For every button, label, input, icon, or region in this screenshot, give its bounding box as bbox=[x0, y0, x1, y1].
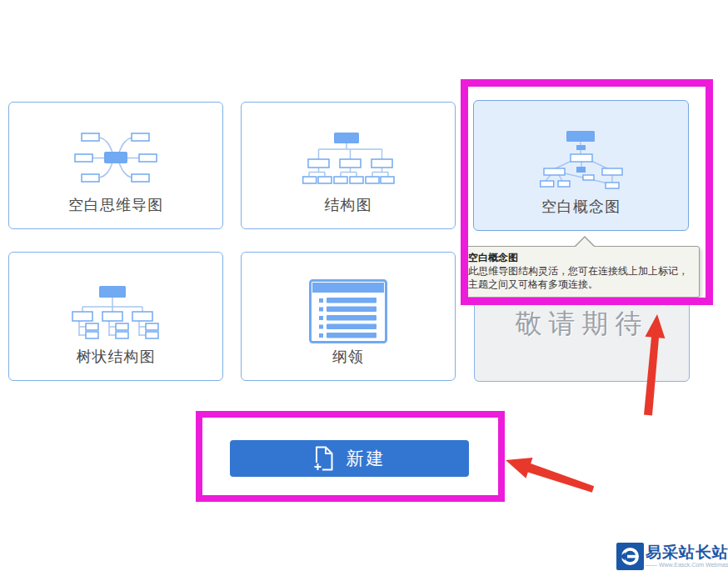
tooltip-caret-icon bbox=[574, 236, 596, 247]
template-label: 空白思维导图 bbox=[9, 195, 222, 215]
org-chart-icon bbox=[242, 133, 455, 184]
coming-soon-text: 敬请期待 bbox=[475, 306, 689, 343]
new-document-icon bbox=[313, 446, 335, 471]
new-button-label: 新建 bbox=[347, 447, 386, 470]
template-label: 空白概念图 bbox=[474, 197, 688, 217]
outline-icon bbox=[242, 279, 455, 343]
tooltip-body: 此思维导图结构灵活，您可在连接线上加上标记，主题之间又可格有多项连接。 bbox=[468, 264, 692, 291]
tooltip-title: 空白概念图 bbox=[468, 251, 692, 264]
tree-chart-icon bbox=[9, 286, 222, 341]
template-label: 树状结构图 bbox=[9, 347, 222, 367]
template-card-outline[interactable]: 纲领 bbox=[241, 252, 456, 381]
concept-map-icon bbox=[474, 131, 688, 189]
template-label: 结构图 bbox=[242, 195, 455, 215]
template-card-tree-structure[interactable]: 树状结构图 bbox=[8, 252, 223, 381]
mindmap-icon bbox=[9, 133, 222, 183]
template-label: 纲领 bbox=[242, 347, 455, 367]
easck-logo-icon bbox=[616, 543, 644, 570]
concept-map-tooltip: 空白概念图 此思维导图结构灵活，您可在连接线上加上标记，主题之间又可格有多项连接… bbox=[463, 246, 700, 298]
template-card-blank-mindmap[interactable]: 空白思维导图 bbox=[8, 102, 223, 229]
template-card-blank-concept-map[interactable]: 空白概念图 bbox=[473, 100, 689, 231]
template-gallery: 空白思维导图 bbox=[0, 0, 728, 571]
new-button[interactable]: 新建 bbox=[230, 440, 469, 477]
watermark-site-name: 易采站长站 bbox=[646, 543, 728, 562]
annotation-arrow-to-new-button bbox=[506, 458, 594, 493]
template-card-structure[interactable]: 结构图 bbox=[241, 102, 456, 229]
easck-watermark: 易采站长站 —— Www.Easck.Com Webmaster bbox=[616, 543, 728, 570]
watermark-tagline: —— Www.Easck.Com Webmaster bbox=[646, 562, 728, 568]
